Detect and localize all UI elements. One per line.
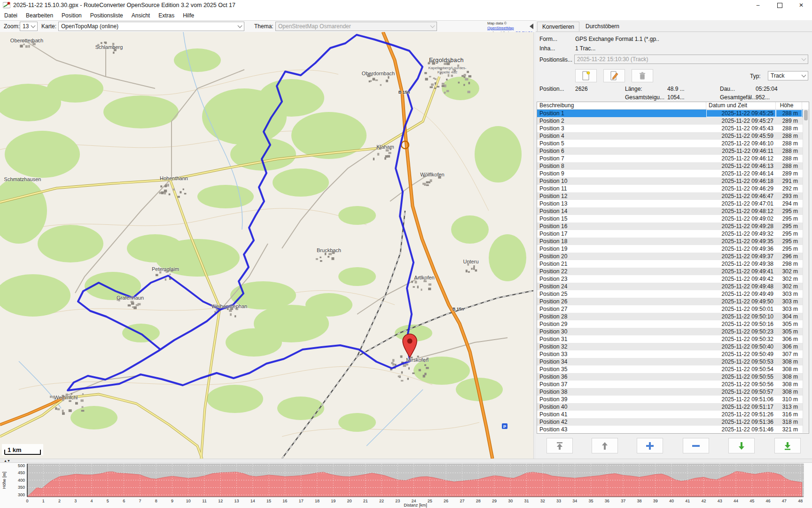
table-cell[interactable]: 291 m — [776, 177, 802, 185]
table-cell[interactable]: 2025-11-22 09:50:01 — [706, 305, 776, 313]
menu-hilfe[interactable]: Hilfe — [179, 11, 198, 20]
table-row[interactable]: Position 132025-11-22 09:47:01294 m — [537, 200, 809, 207]
table-row[interactable]: Position 392025-11-22 09:51:06310 m — [537, 396, 809, 403]
table-cell[interactable]: Position 11 — [537, 185, 706, 192]
menu-bearbeiten[interactable]: Bearbeiten — [22, 11, 57, 20]
column-hoehe[interactable]: Höhe — [776, 102, 802, 109]
table-row[interactable]: Position 192025-11-22 09:49:36295 m — [537, 245, 809, 253]
table-cell[interactable]: Position 8 — [537, 162, 706, 170]
table-cell[interactable]: 2025-11-22 09:50:10 — [706, 313, 776, 320]
menu-positionsliste[interactable]: Positionsliste — [86, 11, 127, 20]
table-cell[interactable]: 293 m — [776, 192, 802, 200]
table-cell[interactable]: 302 m — [776, 275, 802, 283]
table-cell[interactable]: Position 4 — [537, 132, 706, 140]
table-cell[interactable]: 302 m — [776, 268, 802, 275]
table-cell[interactable]: Position 6 — [537, 147, 706, 155]
tab-durchstoebern[interactable]: Durchstöbern — [581, 22, 624, 32]
table-cell[interactable]: 2025-11-22 09:50:57 — [706, 388, 776, 396]
table-cell[interactable]: 289 m — [776, 117, 802, 125]
table-cell[interactable]: 321 m — [776, 426, 802, 433]
table-cell[interactable]: 2025-11-22 09:45:43 — [706, 125, 776, 132]
table-row[interactable]: Position 42025-11-22 09:45:59288 m — [537, 132, 809, 140]
table-cell[interactable]: Position 39 — [537, 396, 706, 403]
table-row[interactable]: Position 12025-11-22 09:45:25288 m — [537, 110, 809, 117]
table-cell[interactable]: 288 m — [776, 155, 802, 162]
table-cell[interactable]: 295 m — [776, 238, 802, 245]
add-position-button[interactable] — [637, 438, 663, 453]
table-row[interactable]: Position 112025-11-22 09:46:29292 m — [537, 185, 809, 192]
table-cell[interactable]: Position 16 — [537, 222, 706, 230]
tab-konvertieren[interactable]: Konvertieren — [537, 22, 579, 32]
table-row[interactable]: Position 182025-11-22 09:49:35295 m — [537, 238, 809, 245]
zoom-select[interactable]: 13 — [20, 22, 38, 31]
osm-link[interactable]: OpenStreetMap — [487, 26, 514, 30]
table-row[interactable]: Position 282025-11-22 09:50:10304 m — [537, 313, 809, 320]
table-cell[interactable]: Position 5 — [537, 140, 706, 147]
table-cell[interactable]: 2025-11-22 09:51:46 — [706, 426, 776, 433]
table-row[interactable]: Position 432025-11-22 09:51:46321 m — [537, 426, 809, 433]
table-row[interactable]: Position 422025-11-22 09:51:36318 m — [537, 418, 809, 426]
table-row[interactable]: Position 202025-11-22 09:49:37296 m — [537, 253, 809, 260]
table-cell[interactable]: 303 m — [776, 290, 802, 298]
close-button[interactable]: ✕ — [790, 0, 812, 10]
column-datum-und-zeit[interactable]: Datum und Zeit — [706, 102, 776, 109]
table-row[interactable]: Position 92025-11-22 09:46:14289 m — [537, 170, 809, 177]
table-row[interactable]: Position 232025-11-22 09:49:42302 m — [537, 275, 809, 283]
table-cell[interactable]: 308 m — [776, 388, 802, 396]
table-cell[interactable]: 289 m — [776, 170, 802, 177]
table-cell[interactable]: Position 41 — [537, 411, 706, 418]
table-cell[interactable]: Position 32 — [537, 343, 706, 350]
table-row[interactable]: Position 252025-11-22 09:49:49303 m — [537, 290, 809, 298]
table-cell[interactable]: 2025-11-22 09:46:29 — [706, 185, 776, 192]
move-bottom-button[interactable] — [774, 438, 801, 453]
table-cell[interactable]: 2025-11-22 09:46:18 — [706, 177, 776, 185]
table-cell[interactable]: Position 30 — [537, 328, 706, 335]
table-cell[interactable]: 308 m — [776, 358, 802, 365]
table-cell[interactable]: Position 15 — [537, 215, 706, 222]
table-cell[interactable]: 288 m — [776, 110, 802, 117]
menu-position[interactable]: Position — [57, 11, 86, 20]
table-cell[interactable]: Position 27 — [537, 305, 706, 313]
table-row[interactable]: Position 412025-11-22 09:51:26316 m — [537, 411, 809, 418]
table-row[interactable]: Position 402025-11-22 09:51:17313 m — [537, 403, 809, 411]
table-cell[interactable]: 307 m — [776, 350, 802, 358]
table-cell[interactable]: Position 25 — [537, 290, 706, 298]
table-cell[interactable]: 2025-11-22 09:50:53 — [706, 358, 776, 365]
table-row[interactable]: Position 152025-11-22 09:49:02295 m — [537, 215, 809, 222]
table-cell[interactable]: 294 m — [776, 200, 802, 207]
table-cell[interactable]: 2025-11-22 09:49:28 — [706, 222, 776, 230]
table-row[interactable]: Position 52025-11-22 09:46:10288 m — [537, 140, 809, 147]
elevation-profile[interactable]: 3003504004505000123456789101112131415161… — [0, 463, 812, 508]
table-cell[interactable]: 2025-11-22 09:46:10 — [706, 140, 776, 147]
table-cell[interactable]: Position 35 — [537, 365, 706, 373]
table-cell[interactable]: 308 m — [776, 373, 802, 381]
table-cell[interactable]: 302 m — [776, 283, 802, 290]
table-cell[interactable]: 305 m — [776, 320, 802, 328]
table-cell[interactable]: 2025-11-22 09:49:42 — [706, 275, 776, 283]
table-header[interactable]: Beschreibung Datum und Zeit Höhe — [537, 102, 809, 110]
table-row[interactable]: Position 242025-11-22 09:49:48302 m — [537, 283, 809, 290]
table-row[interactable]: Position 162025-11-22 09:49:28295 m — [537, 222, 809, 230]
menu-extras[interactable]: Extras — [154, 11, 179, 20]
delete-positionlist-button[interactable] — [632, 69, 653, 82]
table-cell[interactable]: Position 21 — [537, 260, 706, 268]
table-cell[interactable]: 2025-11-22 09:50:54 — [706, 365, 776, 373]
table-cell[interactable]: Position 3 — [537, 125, 706, 132]
table-cell[interactable]: Position 20 — [537, 253, 706, 260]
table-cell[interactable]: 2025-11-22 09:49:36 — [706, 245, 776, 253]
table-cell[interactable]: Position 26 — [537, 298, 706, 305]
table-cell[interactable]: 295 m — [776, 245, 802, 253]
table-row[interactable]: Position 322025-11-22 09:50:40306 m — [537, 343, 809, 350]
table-cell[interactable]: Position 19 — [537, 245, 706, 253]
table-row[interactable]: Position 62025-11-22 09:46:11288 m — [537, 147, 809, 155]
table-cell[interactable]: Position 42 — [537, 418, 706, 426]
table-cell[interactable]: 295 m — [776, 215, 802, 222]
map-canvas[interactable]: P 1 km OberotterbachSchlambergErgoldsbac… — [0, 32, 533, 459]
table-cell[interactable]: Position 34 — [537, 358, 706, 365]
table-cell[interactable]: 308 m — [776, 381, 802, 388]
move-down-button[interactable] — [728, 438, 755, 453]
table-cell[interactable]: 2025-11-22 09:50:32 — [706, 335, 776, 343]
table-cell[interactable]: 2025-11-22 09:51:17 — [706, 403, 776, 411]
table-scrollbar[interactable] — [803, 109, 809, 433]
table-cell[interactable]: 2025-11-22 09:51:26 — [706, 411, 776, 418]
